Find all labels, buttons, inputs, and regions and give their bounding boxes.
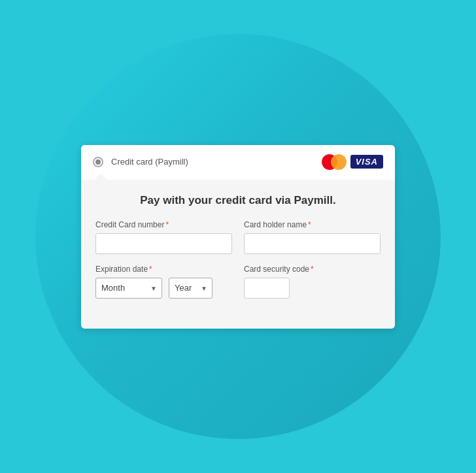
payment-method-radio[interactable] (93, 157, 103, 167)
security-label: Card security code* (244, 265, 381, 274)
security-group: Card security code* (244, 265, 381, 299)
month-select-wrapper: Month January February March April May J… (95, 278, 162, 299)
form-row-1: Credit Card number* Card holder name* (95, 220, 381, 254)
expiry-selects: Month January February March April May J… (95, 278, 232, 299)
year-select[interactable]: Year 2024 2025 2026 2027 2028 2029 2030 (169, 278, 212, 299)
payment-method-label: Credit card (Paymill) (111, 157, 314, 167)
cc-number-group: Credit Card number* (95, 220, 232, 254)
mastercard-icon (322, 154, 347, 170)
required-star-3: * (149, 265, 152, 274)
required-star-2: * (308, 220, 311, 229)
month-select[interactable]: Month January February March April May J… (95, 278, 162, 299)
pay-title: Pay with your credit card via Paymill. (95, 194, 381, 207)
payment-icons: VISA (322, 154, 383, 170)
payment-card: Credit card (Paymill) VISA Pay with your… (81, 145, 395, 329)
expiry-label: Expiration date* (95, 265, 232, 274)
form-row-2: Expiration date* Month January February … (95, 265, 381, 299)
cardholder-input[interactable] (244, 233, 381, 254)
cc-number-label: Credit Card number* (95, 220, 232, 229)
cardholder-label: Card holder name* (244, 220, 381, 229)
security-code-input[interactable] (244, 278, 290, 299)
year-select-wrapper: Year 2024 2025 2026 2027 2028 2029 2030 … (169, 278, 212, 299)
background-circle: Credit card (Paymill) VISA Pay with your… (35, 34, 441, 439)
visa-icon: VISA (350, 155, 383, 169)
required-star-4: * (311, 265, 314, 274)
cc-number-input[interactable] (95, 233, 232, 254)
expiry-group: Expiration date* Month January February … (95, 265, 232, 299)
required-star: * (165, 220, 169, 229)
card-body: Pay with your credit card via Paymill. C… (81, 180, 395, 329)
cardholder-group: Card holder name* (244, 220, 381, 254)
expand-triangle (94, 173, 107, 180)
